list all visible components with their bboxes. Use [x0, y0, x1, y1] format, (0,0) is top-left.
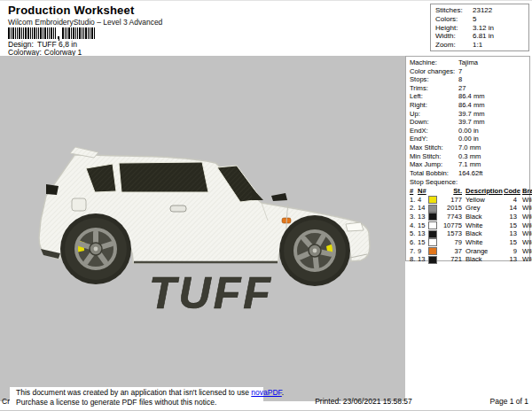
stop-code: 4 — [504, 196, 517, 205]
front-wheel — [279, 215, 350, 286]
tail-lamp — [46, 184, 59, 195]
colors-value: 5 — [473, 15, 476, 24]
machine-label: Machine: — [410, 58, 458, 67]
stop-num: 7. — [410, 247, 418, 256]
max-jump-value: 7.1 mm — [458, 160, 481, 169]
page-number: Page 1 of 1 — [490, 397, 528, 406]
stop-n: 15 — [418, 238, 428, 247]
color-changes-label: Color changes: — [410, 67, 458, 76]
stop-brand: Wilcom — [522, 247, 532, 256]
left-label: Left: — [410, 92, 458, 101]
min-stitch-value: 0.3 mm — [458, 152, 481, 161]
right-value: 86.4 mm — [458, 101, 485, 110]
stops-value: 8 — [458, 75, 462, 84]
stop-row-6: 6. 15 79 White 15 Wilcom — [410, 238, 529, 247]
stop-row-7: 7. 9 37 Orange 9 Wilcom — [410, 247, 529, 256]
col-description: Description — [466, 187, 504, 196]
stop-n: 13 — [418, 229, 428, 238]
col-code: Code — [504, 187, 517, 196]
thread-swatch — [428, 247, 437, 255]
col-num: # — [410, 187, 418, 196]
stop-code: 15 — [504, 238, 517, 247]
endy-label: EndY: — [410, 135, 458, 143]
stop-n: 9 — [418, 247, 428, 256]
stop-st: 721 — [438, 255, 462, 264]
app-subtitle: Wilcom EmbroideryStudio – Level 3 Advanc… — [8, 18, 162, 27]
stop-n: 13 — [418, 213, 428, 221]
right-label: Right: — [410, 101, 458, 110]
stop-code: 14 — [504, 204, 517, 213]
novapdf-link[interactable]: novaPDF — [251, 388, 282, 397]
stop-description: White — [466, 238, 504, 247]
stop-description: Black — [466, 229, 504, 238]
max-stitch-value: 7.0 mm — [458, 143, 481, 152]
stops-label: Stops: — [410, 75, 458, 84]
stop-num: 2. — [410, 204, 418, 213]
thread-swatch — [428, 221, 437, 229]
thread-swatch — [428, 205, 437, 213]
machine-info-panel: Machine:Tajima Color changes:7 Stops:8 T… — [405, 56, 530, 261]
stop-row-4: 4. 15 10775 White 15 Wilcom — [410, 221, 529, 230]
headlight — [346, 222, 364, 231]
stop-sequence-table: # N# St. Description Code Brand 1. 4 177… — [410, 187, 529, 264]
notice-text: This document was created by an applicat… — [16, 388, 251, 397]
stop-num: 6. — [410, 238, 418, 247]
door-window — [119, 162, 208, 192]
notice-line-2: Purchase a license to generate PDF files… — [16, 398, 263, 407]
endx-label: EndX: — [410, 127, 458, 136]
stop-sequence-title: Stop Sequence: — [410, 178, 529, 187]
width-value: 6.81 in — [473, 32, 494, 41]
zoom-label: Zoom: — [435, 41, 473, 50]
stop-brand: Wilcom — [522, 204, 532, 213]
stitches-label: Stitches: — [435, 6, 473, 15]
stop-code: 13 — [504, 213, 517, 221]
stop-num: 5. — [410, 229, 418, 238]
height-label: Height: — [435, 24, 473, 33]
stop-st: 10775 — [438, 221, 462, 230]
stop-st: 2015 — [438, 204, 462, 213]
stop-st: 1573 — [438, 229, 462, 238]
door-handle — [170, 206, 186, 212]
stop-code: 13 — [504, 255, 517, 264]
col-st: St. — [438, 187, 462, 196]
stop-st: 79 — [438, 238, 462, 247]
stop-n: 13 — [418, 255, 428, 264]
stop-description: Black — [466, 213, 504, 221]
stop-num: 8. — [410, 255, 418, 264]
side-mirror — [271, 193, 287, 201]
stop-n: 15 — [418, 221, 428, 230]
stop-num: 3. — [410, 213, 418, 221]
stop-row-3: 3. 13 7743 Black 13 Wilcom — [410, 213, 529, 221]
design-text: TUFF — [149, 268, 273, 318]
stop-description: Orange — [466, 247, 504, 256]
stop-st: 177 — [438, 196, 462, 205]
thread-swatch — [428, 230, 437, 238]
stop-row-2: 2. 14 2015 Grey 14 Wilcom — [410, 204, 529, 213]
stop-description: Black — [466, 255, 504, 264]
printed-timestamp: Printed: 23/06/2021 15.58.57 — [284, 397, 443, 406]
total-bobbin-label: Total Bobbin: — [410, 169, 458, 178]
max-stitch-label: Max Stitch: — [410, 143, 458, 152]
down-label: Down: — [410, 118, 458, 127]
stop-brand: Wilcom — [522, 196, 532, 205]
stop-st: 7743 — [438, 213, 462, 221]
up-value: 39.7 mm — [458, 110, 485, 119]
trims-value: 27 — [458, 84, 466, 93]
stop-sequence-header-row: # N# St. Description Code Brand — [410, 187, 529, 196]
width-label: Width: — [435, 32, 473, 41]
design-barcode-icon — [8, 27, 97, 41]
novapdf-notice: This document was created by an applicat… — [10, 387, 263, 411]
design-summary-box: Stitches:23122 Colors:5 Height:3.12 in W… — [430, 4, 529, 51]
col-brand: Brand — [522, 187, 532, 196]
stop-brand: Wilcom — [522, 221, 532, 230]
colors-label: Colors: — [435, 15, 473, 24]
fuel-cap — [72, 198, 86, 211]
notice-period: . — [282, 388, 284, 397]
stop-row-5: 5. 13 1573 Black 13 Wilcom — [410, 229, 529, 238]
endy-value: 0.00 in — [458, 135, 479, 143]
stop-brand: Wilcom — [522, 213, 532, 221]
min-stitch-label: Min Stitch: — [410, 152, 458, 161]
stop-code: 13 — [504, 229, 517, 238]
stop-st: 37 — [438, 247, 462, 256]
thread-swatch — [428, 213, 437, 221]
